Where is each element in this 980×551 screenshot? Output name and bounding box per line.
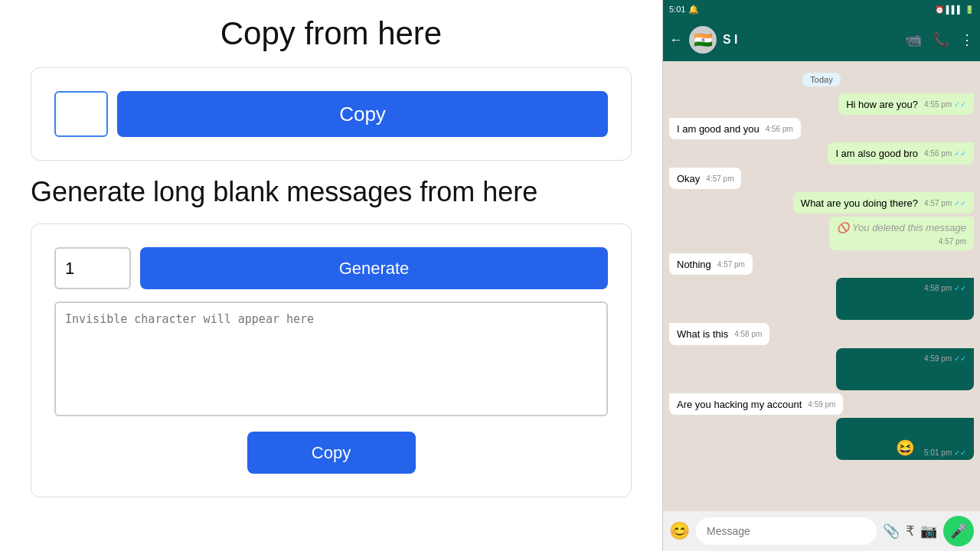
tick-icon: ✓✓ (954, 100, 966, 109)
msg-time: 4:57 pm (706, 174, 733, 184)
status-time: 5:01 (669, 5, 685, 14)
message-okay: Okay 4:57 pm (669, 168, 741, 189)
blank-message-3: 😆 5:01 pm ✓✓ (836, 418, 974, 460)
message-nothing: Nothing 4:57 pm (669, 253, 753, 275)
blank-message-2: 4:59 pm ✓✓ (836, 348, 974, 390)
laugh-emoji: 😆 (896, 439, 915, 457)
tick-icon: ✓✓ (954, 448, 966, 457)
blank-message-1: 4:58 pm ✓✓ (836, 278, 974, 320)
msg-time: 4:57 pm (939, 236, 966, 247)
emoji-button[interactable]: 😊 (669, 521, 690, 541)
message-deleted: 🚫 You deleted this message 4:57 pm (829, 217, 974, 250)
mic-button[interactable]: 🎤 (943, 516, 974, 546)
status-right: ⏰ ▌▌▌ 🔋 (935, 5, 974, 14)
deleted-label: 🚫 You deleted this message (837, 221, 966, 235)
header-icons: 📹 📞 ⋮ (905, 31, 974, 48)
msg-time: 4:58 pm ✓✓ (924, 284, 966, 292)
chat-input-bar: 😊 📎 ₹ 📷 🎤 (663, 511, 980, 551)
video-call-icon[interactable]: 📹 (905, 31, 922, 48)
copy-row: Copy (54, 91, 608, 137)
copy-button-1[interactable]: Copy (117, 91, 608, 137)
phone-panel: 5:01 🔔 ⏰ ▌▌▌ 🔋 ← 🇮🇳 S I 📹 📞 ⋮ Today Hi h… (662, 0, 980, 551)
camera-icon[interactable]: 📷 (920, 523, 937, 540)
message-hi-how-are-you: Hi how are you? 4:55 pm ✓✓ (838, 93, 974, 115)
signal-bars: ▌▌▌ (946, 5, 962, 14)
alarm-icon: ⏰ (935, 5, 944, 14)
message-what-is-this: What is this 4:58 pm (669, 323, 769, 344)
msg-time: 4:59 pm (808, 399, 835, 410)
more-options-icon[interactable]: ⋮ (960, 31, 974, 48)
notification-icon: 🔔 (688, 5, 699, 15)
msg-time: 5:01 pm ✓✓ (924, 448, 966, 457)
date-divider: Today (669, 72, 974, 86)
msg-time: 4:58 pm (734, 329, 762, 340)
copy-input[interactable] (54, 91, 108, 137)
deleted-icon: 🚫 (837, 221, 849, 235)
message-i-am-good: I am good and you 4:56 pm (669, 118, 801, 139)
chat-body: Today Hi how are you? 4:55 pm ✓✓ I am go… (663, 61, 980, 511)
attach-icon[interactable]: 📎 (883, 523, 900, 540)
msg-time: 4:57 pm ✓✓ (924, 198, 966, 209)
status-bar: 5:01 🔔 ⏰ ▌▌▌ 🔋 (663, 0, 980, 18)
message-hacking: Are you hacking my account 4:59 pm (669, 393, 843, 415)
generate-title: Generate long blank messages from here (31, 176, 632, 208)
left-panel: Copy from here Copy Generate long blank … (0, 0, 662, 551)
msg-time: 4:56 pm (766, 124, 793, 135)
message-input[interactable] (696, 517, 877, 545)
msg-time: 4:59 pm ✓✓ (924, 354, 966, 363)
copy-card: Copy (31, 67, 632, 161)
back-button[interactable]: ← (669, 32, 683, 48)
message-i-am-also-good: I am also good bro 4:56 pm ✓✓ (828, 142, 974, 164)
mic-icon: 🎤 (950, 523, 967, 540)
message-what-are-you-doing: What are you doing there? 4:57 pm ✓✓ (793, 192, 974, 214)
copy-from-here-title: Copy from here (31, 15, 632, 52)
generate-button[interactable]: Generate (140, 247, 608, 289)
generate-card: Generate Copy (31, 223, 632, 497)
battery-icon: 🔋 (965, 5, 974, 14)
tick-icon: ✓✓ (954, 149, 966, 158)
status-left: 5:01 🔔 (669, 5, 699, 15)
voice-call-icon[interactable]: 📞 (933, 31, 949, 48)
rupee-icon[interactable]: ₹ (906, 523, 914, 540)
contact-name: S I (723, 33, 899, 47)
tick-icon: ✓✓ (954, 354, 966, 363)
tick-icon: ✓✓ (954, 284, 966, 292)
generate-row: Generate (54, 247, 608, 289)
msg-time: 4:55 pm ✓✓ (924, 99, 966, 110)
chat-header: ← 🇮🇳 S I 📹 📞 ⋮ (663, 18, 980, 61)
invisible-textarea[interactable] (54, 302, 608, 416)
msg-time: 4:56 pm ✓✓ (924, 148, 966, 159)
msg-time: 4:57 pm (717, 259, 745, 270)
avatar: 🇮🇳 (689, 26, 717, 54)
tick-icon: ✓✓ (954, 199, 966, 207)
number-input[interactable] (54, 247, 131, 289)
copy-button-2[interactable]: Copy (247, 432, 416, 474)
